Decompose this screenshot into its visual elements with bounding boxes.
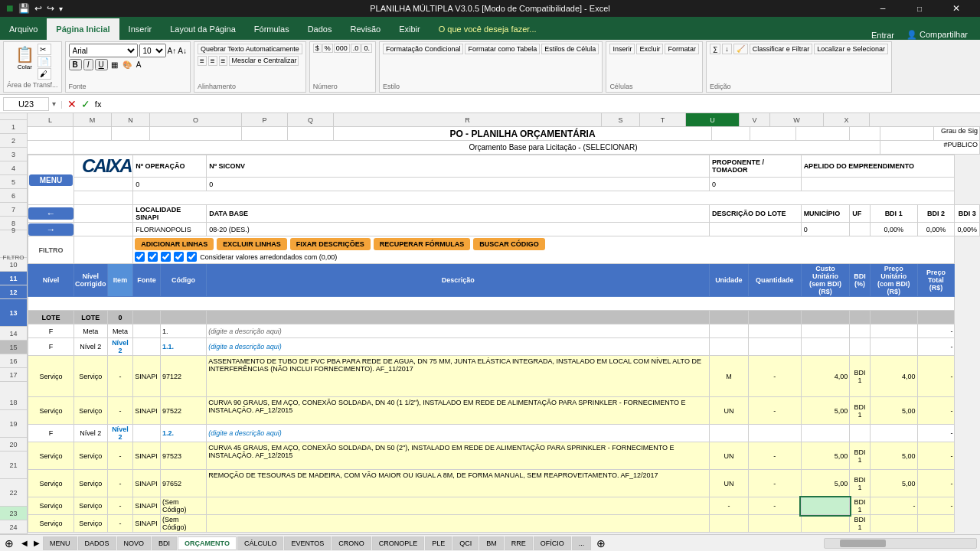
maximize-btn[interactable]: □: [902, 0, 937, 17]
sheet-tab-eventos[interactable]: EVENTOS: [284, 536, 331, 550]
tab-search[interactable]: O que você deseja fazer...: [430, 18, 546, 40]
decrease-font-btn[interactable]: A↓: [178, 47, 187, 55]
tab-exibir[interactable]: Exibir: [390, 18, 430, 40]
quick-access-more[interactable]: ▾: [59, 5, 63, 13]
copy-btn[interactable]: 📄: [38, 56, 51, 67]
wrap-text-btn[interactable]: Quebrar Texto Automaticamente: [198, 44, 302, 54]
merge-center-btn[interactable]: Mesclar e Centralizar: [229, 56, 299, 66]
increase-font-btn[interactable]: A↑: [168, 47, 177, 55]
sheet-tab-bm[interactable]: BM: [479, 536, 504, 550]
formula-expand-icon[interactable]: ▾: [52, 99, 56, 108]
check2[interactable]: [148, 252, 158, 262]
table-row-buttons: FILTRO ADICIONAR LINHAS EXCLUIR LINHAS F…: [28, 236, 980, 264]
accept-formula-btn[interactable]: ✓: [81, 98, 90, 110]
tab-pagina-inicial[interactable]: Página Inicial: [47, 18, 119, 40]
find-select-btn[interactable]: Localizar e Selecionar: [814, 44, 888, 54]
tab-menu[interactable]: ◀: [18, 539, 31, 547]
table-row-6: [28, 191, 980, 205]
prev-button[interactable]: ←: [28, 207, 74, 220]
del-lines-button[interactable]: EXCLUIR LINHAS: [217, 238, 287, 250]
tab-inserir[interactable]: Inserir: [119, 18, 162, 40]
fix-desc-button[interactable]: FIXAR DESCRIÇÕES: [290, 238, 371, 250]
bold-btn[interactable]: B: [69, 59, 82, 70]
add-sheet-btn[interactable]: ⊕: [0, 537, 18, 549]
check1[interactable]: [135, 252, 145, 262]
increase-decimal-btn[interactable]: .0: [351, 44, 361, 53]
tab-arquivo[interactable]: Arquivo: [0, 18, 47, 40]
menu-button[interactable]: MENU: [29, 174, 73, 186]
col-X: X: [824, 113, 870, 126]
sort-filter-btn[interactable]: Classificar e Filtrar: [750, 44, 813, 54]
currency-btn[interactable]: $: [313, 44, 322, 53]
font-color-btn[interactable]: A: [135, 60, 143, 69]
fill-btn[interactable]: ↓: [722, 44, 732, 54]
align-center-btn[interactable]: ≡: [208, 56, 217, 66]
entrar-btn[interactable]: Entrar: [865, 31, 900, 40]
buscar-codigo-button[interactable]: BUSCAR CÓDIGO: [473, 238, 545, 250]
autosum-btn[interactable]: ∑: [710, 44, 720, 54]
next-button[interactable]: →: [28, 223, 74, 236]
municipio-label: MUNICÍPIO: [801, 205, 850, 223]
fill-color-btn[interactable]: 🎨: [121, 60, 133, 69]
cut-btn[interactable]: ✂: [38, 44, 51, 55]
conditional-format-btn[interactable]: Formatação Condicional: [383, 44, 464, 54]
align-right-btn[interactable]: ≡: [219, 56, 228, 66]
recover-formulas-button[interactable]: RECUPERAR FÓRMULAS: [374, 238, 471, 250]
tab-revisao[interactable]: Revisão: [341, 18, 390, 40]
check3[interactable]: [161, 252, 171, 262]
add-tab-btn[interactable]: ⊕: [592, 537, 610, 549]
sheet-tab-orcamento[interactable]: ORÇAMENTO: [178, 536, 237, 550]
sheet-tab-menu[interactable]: MENU: [43, 536, 77, 550]
border-btn[interactable]: ▦: [109, 60, 119, 69]
cancel-formula-btn[interactable]: ✕: [67, 98, 77, 110]
close-btn[interactable]: ✕: [939, 0, 974, 17]
tab-layout[interactable]: Layout da Página: [161, 18, 245, 40]
sheet-tab-oficio[interactable]: OFÍCIO: [534, 536, 571, 550]
check5[interactable]: [187, 252, 197, 262]
percent-btn[interactable]: %: [322, 44, 333, 53]
sheet-tab-qci[interactable]: QCI: [452, 536, 479, 550]
formula-input[interactable]: [107, 99, 977, 109]
undo-icon[interactable]: ↩: [34, 3, 42, 14]
cell-styles-btn[interactable]: Estilos de Célula: [541, 44, 599, 54]
compartilhar-btn[interactable]: 👤 Compartilhar: [900, 30, 974, 40]
cell-reference-input[interactable]: [3, 97, 49, 111]
sheet-tab-calculo[interactable]: CÁLCULO: [237, 536, 284, 550]
add-lines-button[interactable]: ADICIONAR LINHAS: [135, 238, 214, 250]
clipboard-paste-btn[interactable]: 📋 Colar: [14, 44, 36, 80]
font-family-select[interactable]: Arial: [69, 44, 138, 57]
italic-btn[interactable]: I: [83, 59, 93, 70]
format-table-btn[interactable]: Formatar como Tabela: [465, 44, 540, 54]
insert-function-btn[interactable]: fx: [95, 99, 102, 109]
tab-dados[interactable]: Dados: [299, 18, 341, 40]
horizontal-scrollbar[interactable]: [824, 538, 977, 549]
table-row-14: [28, 297, 980, 311]
quick-save-icon[interactable]: 💾: [18, 3, 30, 14]
tab-formulas[interactable]: Fórmulas: [245, 18, 299, 40]
minimize-btn[interactable]: –: [865, 0, 900, 17]
sheet-tab-dados[interactable]: DADOS: [78, 536, 116, 550]
decrease-decimal-btn[interactable]: 0.: [361, 44, 372, 53]
sheet-tab-more[interactable]: ...: [572, 536, 592, 550]
col-V: V: [740, 113, 770, 126]
align-left-btn[interactable]: ≡: [198, 56, 207, 66]
group-styles: Formatação Condicional Formatar como Tab…: [379, 41, 603, 93]
underline-btn[interactable]: U: [95, 59, 108, 70]
sheet-tab-bdi[interactable]: BDI: [152, 536, 177, 550]
delete-cell-btn[interactable]: Excluir: [636, 44, 663, 54]
format-painter-btn[interactable]: 🖌: [38, 68, 51, 80]
insert-cell-btn[interactable]: Inserir: [609, 44, 635, 54]
sheet-tab-rre[interactable]: RRE: [505, 536, 533, 550]
table-row-20: F Nível 2 Nível 2 1.2. (digite a descriç…: [28, 425, 980, 442]
sheet-tab-ple[interactable]: PLE: [425, 536, 452, 550]
redo-icon[interactable]: ↪: [47, 3, 54, 14]
sheet-tab-novo[interactable]: NOVO: [117, 536, 152, 550]
sheet-tab-crono[interactable]: CRONO: [332, 536, 371, 550]
clear-btn[interactable]: 🧹: [733, 44, 748, 54]
tab-menu-next[interactable]: ▶: [31, 539, 43, 547]
format-cell-btn[interactable]: Formatar: [665, 44, 699, 54]
sheet-tab-cronople[interactable]: CRONOPLE: [372, 536, 425, 550]
thousands-btn[interactable]: 000: [334, 44, 350, 53]
font-size-select[interactable]: 10: [139, 44, 166, 57]
check4[interactable]: [174, 252, 184, 262]
